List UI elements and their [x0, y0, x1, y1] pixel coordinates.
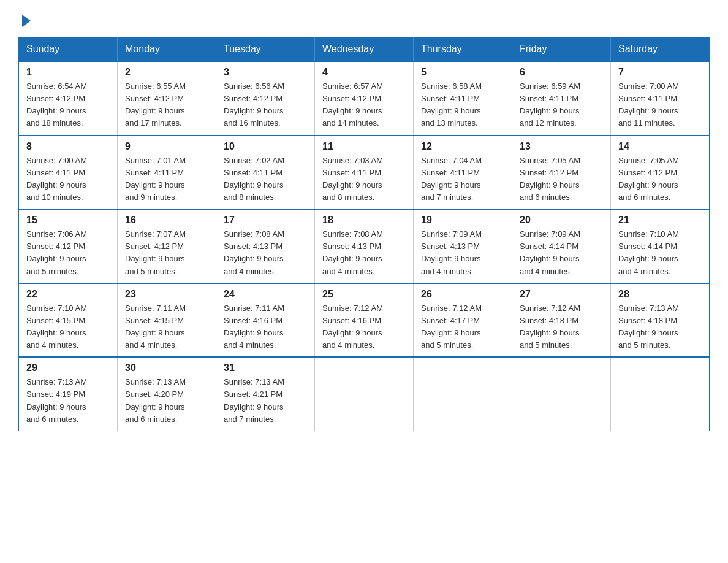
calendar-cell: 15 Sunrise: 7:06 AM Sunset: 4:12 PM Dayl…	[19, 209, 118, 283]
calendar-header: SundayMondayTuesdayWednesdayThursdayFrid…	[19, 37, 710, 62]
weekday-row: SundayMondayTuesdayWednesdayThursdayFrid…	[19, 37, 710, 62]
day-info: Sunrise: 7:00 AM Sunset: 4:11 PM Dayligh…	[618, 80, 702, 130]
week-row-3: 15 Sunrise: 7:06 AM Sunset: 4:12 PM Dayl…	[19, 209, 710, 283]
day-number: 28	[618, 289, 702, 300]
day-info: Sunrise: 6:54 AM Sunset: 4:12 PM Dayligh…	[26, 80, 110, 130]
day-number: 6	[520, 67, 603, 78]
calendar-cell	[315, 357, 414, 431]
day-info: Sunrise: 6:56 AM Sunset: 4:12 PM Dayligh…	[224, 80, 307, 130]
day-number: 24	[224, 289, 307, 300]
day-info: Sunrise: 7:05 AM Sunset: 4:12 PM Dayligh…	[618, 155, 702, 204]
day-info: Sunrise: 7:12 AM Sunset: 4:18 PM Dayligh…	[520, 302, 603, 352]
calendar-cell	[512, 357, 611, 431]
day-number: 20	[520, 215, 603, 226]
day-number: 26	[421, 289, 504, 300]
calendar-table: SundayMondayTuesdayWednesdayThursdayFrid…	[18, 37, 710, 431]
day-number: 25	[322, 289, 406, 300]
calendar-cell: 18 Sunrise: 7:08 AM Sunset: 4:13 PM Dayl…	[315, 209, 414, 283]
day-info: Sunrise: 7:13 AM Sunset: 4:20 PM Dayligh…	[125, 376, 208, 426]
calendar-cell: 12 Sunrise: 7:04 AM Sunset: 4:11 PM Dayl…	[414, 136, 512, 210]
day-number: 10	[224, 141, 307, 152]
calendar-cell: 4 Sunrise: 6:57 AM Sunset: 4:12 PM Dayli…	[315, 61, 414, 136]
day-info: Sunrise: 7:08 AM Sunset: 4:13 PM Dayligh…	[224, 228, 307, 278]
calendar-cell: 17 Sunrise: 7:08 AM Sunset: 4:13 PM Dayl…	[216, 209, 315, 283]
day-info: Sunrise: 7:04 AM Sunset: 4:11 PM Dayligh…	[421, 155, 504, 204]
calendar-cell: 26 Sunrise: 7:12 AM Sunset: 4:17 PM Dayl…	[414, 283, 512, 358]
day-info: Sunrise: 7:13 AM Sunset: 4:18 PM Dayligh…	[618, 302, 702, 352]
day-info: Sunrise: 7:02 AM Sunset: 4:11 PM Dayligh…	[224, 155, 307, 204]
week-row-4: 22 Sunrise: 7:10 AM Sunset: 4:15 PM Dayl…	[19, 283, 710, 358]
calendar-cell: 10 Sunrise: 7:02 AM Sunset: 4:11 PM Dayl…	[216, 136, 315, 210]
day-number: 30	[125, 362, 208, 373]
calendar-cell: 25 Sunrise: 7:12 AM Sunset: 4:16 PM Dayl…	[315, 283, 414, 358]
weekday-monday: Monday	[118, 37, 216, 62]
calendar-body: 1 Sunrise: 6:54 AM Sunset: 4:12 PM Dayli…	[19, 61, 710, 431]
calendar-cell: 24 Sunrise: 7:11 AM Sunset: 4:16 PM Dayl…	[216, 283, 315, 358]
weekday-tuesday: Tuesday	[216, 37, 315, 62]
day-number: 16	[125, 215, 208, 226]
day-number: 9	[125, 141, 208, 152]
day-info: Sunrise: 7:09 AM Sunset: 4:13 PM Dayligh…	[421, 228, 504, 278]
day-info: Sunrise: 7:13 AM Sunset: 4:19 PM Dayligh…	[26, 376, 110, 426]
day-number: 27	[520, 289, 603, 300]
day-info: Sunrise: 7:10 AM Sunset: 4:15 PM Dayligh…	[26, 302, 110, 352]
calendar-cell: 29 Sunrise: 7:13 AM Sunset: 4:19 PM Dayl…	[19, 357, 118, 431]
day-info: Sunrise: 7:05 AM Sunset: 4:12 PM Dayligh…	[520, 155, 603, 204]
day-info: Sunrise: 7:09 AM Sunset: 4:14 PM Dayligh…	[520, 228, 603, 278]
calendar-cell: 16 Sunrise: 7:07 AM Sunset: 4:12 PM Dayl…	[118, 209, 216, 283]
calendar-cell: 22 Sunrise: 7:10 AM Sunset: 4:15 PM Dayl…	[19, 283, 118, 358]
logo	[18, 12, 31, 25]
calendar-cell: 2 Sunrise: 6:55 AM Sunset: 4:12 PM Dayli…	[118, 61, 216, 136]
calendar-cell: 20 Sunrise: 7:09 AM Sunset: 4:14 PM Dayl…	[512, 209, 611, 283]
day-info: Sunrise: 7:08 AM Sunset: 4:13 PM Dayligh…	[322, 228, 406, 278]
day-info: Sunrise: 6:55 AM Sunset: 4:12 PM Dayligh…	[125, 80, 208, 130]
day-number: 13	[520, 141, 603, 152]
weekday-friday: Friday	[512, 37, 611, 62]
day-number: 12	[421, 141, 504, 152]
day-info: Sunrise: 7:12 AM Sunset: 4:17 PM Dayligh…	[421, 302, 504, 352]
day-info: Sunrise: 7:10 AM Sunset: 4:14 PM Dayligh…	[618, 228, 702, 278]
calendar-cell: 14 Sunrise: 7:05 AM Sunset: 4:12 PM Dayl…	[611, 136, 710, 210]
week-row-1: 1 Sunrise: 6:54 AM Sunset: 4:12 PM Dayli…	[19, 61, 710, 136]
day-number: 29	[26, 362, 110, 373]
calendar-cell: 1 Sunrise: 6:54 AM Sunset: 4:12 PM Dayli…	[19, 61, 118, 136]
day-number: 1	[26, 67, 110, 78]
day-info: Sunrise: 6:59 AM Sunset: 4:11 PM Dayligh…	[520, 80, 603, 130]
day-info: Sunrise: 7:11 AM Sunset: 4:15 PM Dayligh…	[125, 302, 208, 352]
calendar-cell: 31 Sunrise: 7:13 AM Sunset: 4:21 PM Dayl…	[216, 357, 315, 431]
day-info: Sunrise: 7:13 AM Sunset: 4:21 PM Dayligh…	[224, 376, 307, 426]
day-number: 17	[224, 215, 307, 226]
day-number: 11	[322, 141, 406, 152]
day-number: 8	[26, 141, 110, 152]
calendar-cell: 13 Sunrise: 7:05 AM Sunset: 4:12 PM Dayl…	[512, 136, 611, 210]
calendar-cell	[414, 357, 512, 431]
day-info: Sunrise: 7:03 AM Sunset: 4:11 PM Dayligh…	[322, 155, 406, 204]
day-number: 18	[322, 215, 406, 226]
logo-arrow-icon	[22, 15, 31, 27]
day-info: Sunrise: 7:11 AM Sunset: 4:16 PM Dayligh…	[224, 302, 307, 352]
day-number: 19	[421, 215, 504, 226]
weekday-wednesday: Wednesday	[315, 37, 414, 62]
calendar-cell: 9 Sunrise: 7:01 AM Sunset: 4:11 PM Dayli…	[118, 136, 216, 210]
calendar-cell: 11 Sunrise: 7:03 AM Sunset: 4:11 PM Dayl…	[315, 136, 414, 210]
calendar-cell	[611, 357, 710, 431]
day-number: 21	[618, 215, 702, 226]
day-number: 14	[618, 141, 702, 152]
calendar-cell: 28 Sunrise: 7:13 AM Sunset: 4:18 PM Dayl…	[611, 283, 710, 358]
calendar-cell: 8 Sunrise: 7:00 AM Sunset: 4:11 PM Dayli…	[19, 136, 118, 210]
weekday-thursday: Thursday	[414, 37, 512, 62]
day-info: Sunrise: 7:12 AM Sunset: 4:16 PM Dayligh…	[322, 302, 406, 352]
weekday-sunday: Sunday	[19, 37, 118, 62]
day-info: Sunrise: 7:01 AM Sunset: 4:11 PM Dayligh…	[125, 155, 208, 204]
day-info: Sunrise: 7:07 AM Sunset: 4:12 PM Dayligh…	[125, 228, 208, 278]
day-number: 5	[421, 67, 504, 78]
calendar-cell: 21 Sunrise: 7:10 AM Sunset: 4:14 PM Dayl…	[611, 209, 710, 283]
day-number: 31	[224, 362, 307, 373]
week-row-2: 8 Sunrise: 7:00 AM Sunset: 4:11 PM Dayli…	[19, 136, 710, 210]
calendar-cell: 19 Sunrise: 7:09 AM Sunset: 4:13 PM Dayl…	[414, 209, 512, 283]
week-row-5: 29 Sunrise: 7:13 AM Sunset: 4:19 PM Dayl…	[19, 357, 710, 431]
day-number: 2	[125, 67, 208, 78]
calendar-cell: 23 Sunrise: 7:11 AM Sunset: 4:15 PM Dayl…	[118, 283, 216, 358]
calendar-cell: 30 Sunrise: 7:13 AM Sunset: 4:20 PM Dayl…	[118, 357, 216, 431]
day-info: Sunrise: 7:00 AM Sunset: 4:11 PM Dayligh…	[26, 155, 110, 204]
